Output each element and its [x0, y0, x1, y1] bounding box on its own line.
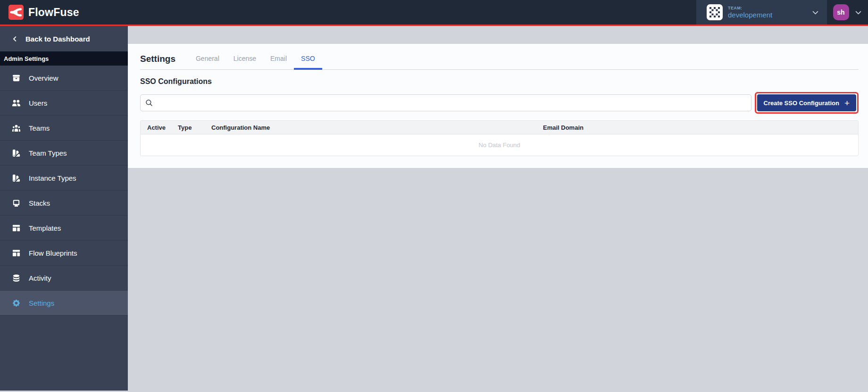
brand-name: FlowFuse — [28, 6, 79, 19]
column-header-configuration-name: Configuration Name — [211, 124, 543, 131]
sso-configurations-table: Active Type Configuration Name Email Dom… — [140, 120, 859, 156]
create-sso-configuration-button[interactable]: Create SSO Configuration + — [757, 94, 856, 111]
sidebar-item-label: Instance Types — [29, 174, 76, 182]
sidebar-item-label: Settings — [29, 299, 54, 307]
sidebar-item-label: Templates — [29, 224, 61, 232]
team-types-icon — [12, 149, 21, 158]
back-label: Back to Dashboard — [25, 35, 90, 43]
chevron-down-icon — [811, 8, 819, 17]
back-to-dashboard[interactable]: Back to Dashboard — [0, 26, 128, 51]
team-name: developement — [728, 11, 772, 19]
brand[interactable]: FlowFuse — [0, 0, 79, 25]
content-panel: Settings General License Email SSO SSO C… — [128, 44, 868, 168]
sidebar-item-label: Stacks — [29, 199, 50, 207]
activity-icon — [12, 274, 21, 283]
table-header-row: Active Type Configuration Name Email Dom… — [141, 121, 858, 134]
chevron-left-icon — [11, 35, 18, 42]
blueprints-icon — [12, 249, 21, 258]
annotation-highlight-box: Create SSO Configuration + — [755, 92, 859, 114]
chevron-down-icon — [854, 8, 862, 17]
main-area: Settings General License Email SSO SSO C… — [128, 26, 868, 391]
tab-email[interactable]: Email — [263, 55, 294, 70]
teams-icon — [12, 124, 21, 133]
team-identicon-icon — [707, 4, 723, 20]
sidebar-item-settings[interactable]: Settings — [0, 291, 128, 316]
instance-types-icon — [12, 174, 21, 183]
sidebar-item-templates[interactable]: Templates — [0, 216, 128, 241]
users-icon — [12, 99, 21, 108]
search-input[interactable] — [140, 94, 751, 111]
page-title: Settings — [140, 54, 175, 64]
sidebar-item-instance-types[interactable]: Instance Types — [0, 166, 128, 191]
sidebar-item-label: Users — [29, 99, 47, 107]
section-title: SSO Configurations — [140, 77, 859, 86]
create-button-label: Create SSO Configuration — [764, 100, 839, 107]
admin-sidebar: Back to Dashboard Admin Settings Overvie… — [0, 26, 128, 391]
sidebar-item-label: Flow Blueprints — [29, 249, 77, 257]
settings-icon — [12, 299, 21, 308]
sidebar-item-label: Overview — [29, 74, 58, 82]
team-label: TEAM: — [728, 6, 772, 10]
sidebar-item-users[interactable]: Users — [0, 91, 128, 116]
sidebar-item-label: Team Types — [29, 149, 67, 157]
tab-general[interactable]: General — [189, 55, 226, 70]
sidebar-item-label: Activity — [29, 274, 51, 282]
sidebar-item-stacks[interactable]: Stacks — [0, 191, 128, 216]
tab-license[interactable]: License — [226, 55, 263, 70]
user-menu[interactable]: sh — [827, 0, 868, 25]
sidebar-section-header: Admin Settings — [0, 51, 128, 66]
settings-header-row: Settings General License Email SSO — [140, 44, 859, 70]
avatar: sh — [833, 4, 849, 20]
flowfuse-logo-icon — [8, 5, 24, 20]
search-wrap — [140, 94, 751, 111]
top-gap — [128, 26, 868, 44]
sidebar-item-flow-blueprints[interactable]: Flow Blueprints — [0, 241, 128, 266]
sidebar-item-team-types[interactable]: Team Types — [0, 141, 128, 166]
column-header-email-domain: Email Domain — [543, 124, 858, 131]
stacks-icon — [12, 199, 21, 208]
table-empty-row: No Data Found — [141, 134, 858, 156]
sidebar-item-label: Teams — [29, 124, 50, 132]
search-icon — [145, 99, 153, 107]
overview-icon — [12, 74, 21, 83]
column-header-active: Active — [147, 124, 178, 131]
toolbar: Create SSO Configuration + — [140, 92, 859, 114]
sidebar-item-overview[interactable]: Overview — [0, 66, 128, 91]
team-selector[interactable]: TEAM: developement — [696, 0, 827, 25]
app-header: FlowFuse TEAM: developement sh — [0, 0, 868, 26]
plus-icon: + — [844, 99, 850, 108]
sidebar-item-teams[interactable]: Teams — [0, 116, 128, 141]
column-header-type: Type — [178, 124, 211, 131]
sidebar-item-activity[interactable]: Activity — [0, 266, 128, 291]
tab-sso[interactable]: SSO — [294, 55, 322, 70]
templates-icon — [12, 224, 21, 233]
